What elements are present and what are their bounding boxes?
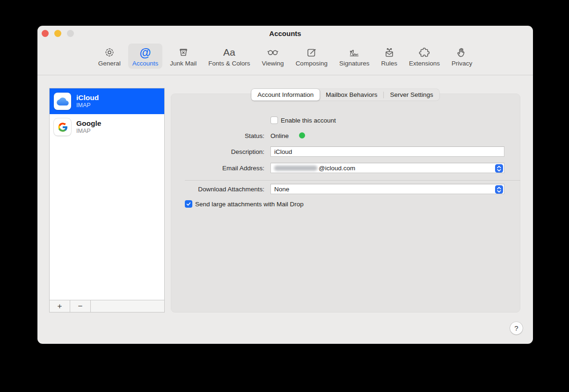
toolbar-item-junk-mail[interactable]: Junk Mail (166, 44, 201, 69)
mail-drop-label: Send large attachments with Mail Drop (195, 201, 304, 208)
tab-account-information[interactable]: Account Information (251, 89, 320, 101)
glasses-icon (267, 46, 279, 59)
titlebar: Accounts (37, 26, 533, 41)
download-attachments-value: None (274, 186, 289, 193)
toolbar-label: Privacy (452, 60, 472, 67)
compose-icon (306, 46, 318, 59)
description-input[interactable] (270, 146, 504, 157)
toolbar-label: Signatures (339, 60, 370, 67)
email-domain-text: @icloud.com (319, 165, 355, 172)
at-icon: @ (139, 46, 151, 59)
fonts-icon: Aa (223, 46, 235, 59)
toolbar-item-viewing[interactable]: Viewing (258, 44, 288, 69)
toolbar-item-extensions[interactable]: Extensions (405, 44, 444, 69)
toolbar-item-rules[interactable]: Rules (377, 44, 401, 69)
icloud-icon (54, 93, 71, 110)
toolbar-label: Composing (296, 60, 328, 67)
mail-drop-row: Send large attachments with Mail Drop (185, 200, 304, 208)
toolbar-label: General (98, 60, 121, 67)
toolbar-label: Rules (381, 60, 397, 67)
account-name: iCloud (76, 94, 99, 102)
stepper-arrows-icon[interactable] (495, 164, 503, 173)
toolbar-label: Accounts (132, 60, 159, 67)
signature-icon (348, 46, 360, 59)
sidebar-footer-filler (91, 300, 164, 312)
enable-account-row: Enable this account (270, 116, 336, 124)
status-label: Status: (171, 132, 264, 139)
toolbar-item-fonts-colors[interactable]: Aa Fonts & Colors (204, 44, 254, 69)
stepper-arrows-icon[interactable] (495, 185, 503, 194)
hand-icon (456, 46, 468, 59)
online-status-indicator (299, 132, 305, 138)
gear-icon (103, 46, 116, 59)
mail-drop-checkbox[interactable] (185, 200, 192, 208)
account-protocol: IMAP (76, 102, 99, 109)
tab-mailbox-behaviors[interactable]: Mailbox Behaviors (320, 89, 383, 101)
enable-account-checkbox[interactable] (270, 116, 278, 124)
toolbar-label: Junk Mail (170, 60, 197, 67)
redacted-email-prefix (274, 166, 317, 171)
status-value: Online (270, 132, 289, 139)
toolbar-item-accounts[interactable]: @ Accounts (128, 44, 163, 69)
toolbar-item-signatures[interactable]: Signatures (335, 44, 374, 69)
toolbar-label: Viewing (262, 60, 284, 67)
description-label: Description: (171, 148, 264, 155)
toolbar-item-privacy[interactable]: Privacy (447, 44, 476, 69)
mail-preferences-window: Accounts General @ Accounts Junk Mail Aa… (37, 26, 533, 344)
toolbar-item-general[interactable]: General (94, 44, 125, 69)
toolbar-label: Extensions (409, 60, 440, 67)
account-name: Google (76, 119, 101, 128)
account-row-google[interactable]: Google IMAP (50, 114, 164, 140)
account-tabs: Account Information Mailbox Behaviors Se… (251, 89, 439, 101)
toolbar-label: Fonts & Colors (208, 60, 250, 67)
account-information-panel: Enable this account Status: Online Descr… (171, 94, 520, 312)
account-protocol: IMAP (76, 128, 101, 134)
rules-icon (383, 46, 395, 59)
account-row-icloud[interactable]: iCloud IMAP (50, 88, 164, 114)
preferences-toolbar: General @ Accounts Junk Mail Aa Fonts & … (37, 40, 533, 75)
toolbar-item-composing[interactable]: Composing (292, 44, 332, 69)
window-title: Accounts (37, 29, 533, 37)
remove-account-button[interactable]: − (70, 300, 91, 312)
sidebar-footer: + − (50, 300, 164, 312)
email-address-label: Email Address: (171, 165, 264, 172)
download-attachments-label: Download Attachments: (171, 186, 264, 193)
add-account-button[interactable]: + (50, 300, 70, 312)
download-attachments-select[interactable]: None (270, 184, 504, 194)
puzzle-icon (418, 46, 430, 59)
junk-bin-icon (177, 46, 190, 59)
enable-account-label: Enable this account (281, 117, 336, 124)
toolbar-divider (37, 75, 533, 75)
accounts-sidebar: iCloud IMAP Google IMAP + − (49, 88, 165, 312)
tab-server-settings[interactable]: Server Settings (384, 89, 439, 101)
section-divider (185, 180, 520, 181)
help-button[interactable]: ? (510, 322, 523, 334)
google-icon (54, 118, 71, 136)
email-address-select[interactable]: @icloud.com (270, 163, 504, 173)
